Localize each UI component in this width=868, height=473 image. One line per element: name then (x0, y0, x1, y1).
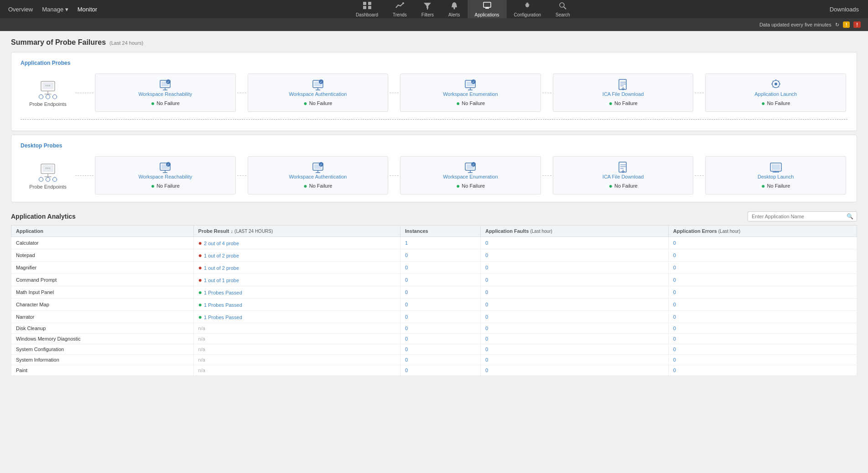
errors-link[interactable]: 0 (673, 368, 676, 373)
nav-filters[interactable]: Filters (414, 0, 441, 18)
nav-trends[interactable]: Trends (385, 0, 414, 18)
faults-link[interactable]: 0 (485, 336, 488, 342)
cell-application: Math Input Panel (11, 286, 194, 299)
nav-alerts[interactable]: Alerts (441, 0, 468, 18)
d-ica-file-download-link[interactable]: ICA File Download (603, 174, 644, 179)
application-launch-status: ● No Failure (761, 100, 790, 107)
probe-result-link[interactable]: 1 Probes Passed (204, 315, 242, 320)
svg-rect-0 (363, 2, 366, 5)
instances-link[interactable]: 0 (405, 265, 408, 270)
svg-point-21 (53, 95, 57, 99)
d-workspace-reachability-link[interactable]: Workspace Reachability (138, 174, 192, 179)
workspace-reachability-link[interactable]: Workspace Reachability (138, 91, 192, 97)
faults-link[interactable]: 0 (485, 265, 488, 270)
faults-link[interactable]: 0 (485, 326, 488, 331)
probe-result-link[interactable]: 1 Probes Passed (204, 290, 242, 295)
errors-link[interactable]: 0 (673, 314, 676, 320)
instances-link[interactable]: 0 (405, 336, 408, 342)
ok-dot: ● (198, 313, 202, 321)
nav-search[interactable]: Search (548, 0, 577, 18)
faults-link[interactable]: 0 (485, 347, 488, 352)
cell-instances: 1 (400, 237, 480, 249)
desktop-probes-label[interactable]: Desktop Probes (21, 142, 847, 149)
instances-link[interactable]: 1 (405, 240, 408, 246)
errors-link[interactable]: 0 (673, 289, 676, 295)
cell-instances: 0 (400, 311, 480, 323)
probe-item-desktop-launch: Desktop Launch ● No Failure (705, 156, 846, 194)
nav-downloads[interactable]: Downloads (825, 6, 863, 13)
errors-link[interactable]: 0 (673, 252, 676, 258)
probe-na: n/a (198, 347, 205, 352)
errors-link[interactable]: 0 (673, 302, 676, 307)
faults-link[interactable]: 0 (485, 314, 488, 320)
nav-monitor[interactable]: Monitor (74, 4, 101, 15)
probe-na: n/a (198, 368, 205, 373)
svg-rect-2 (363, 6, 366, 9)
svg-line-54 (779, 87, 779, 87)
probe-failures-title: Summary of Probe Failures (11, 38, 106, 47)
probe-item-workspace-enumeration: ✓ Workspace Enumeration ● No Failure (400, 74, 541, 112)
faults-link[interactable]: 0 (485, 289, 488, 295)
ok-icon-2: ● (303, 100, 307, 107)
workspace-enumeration-link[interactable]: Workspace Enumeration (443, 91, 498, 97)
refresh-icon: ↻ (835, 22, 839, 28)
faults-link[interactable]: 0 (485, 277, 488, 283)
application-probes-label[interactable]: Application Probes (21, 60, 847, 66)
faults-link[interactable]: 0 (485, 240, 488, 246)
cell-app-faults: 0 (481, 365, 669, 376)
instances-link[interactable]: 0 (405, 302, 408, 307)
instances-link[interactable]: 0 (405, 357, 408, 363)
d-workspace-authentication-status-label: No Failure (309, 183, 333, 189)
cell-probe-result: n/a (193, 365, 400, 376)
errors-link[interactable]: 0 (673, 357, 676, 363)
d-workspace-enumeration-link[interactable]: Workspace Enumeration (443, 174, 498, 179)
probe-result-link[interactable]: 1 out of 2 probe (204, 253, 239, 258)
cell-app-errors: 0 (668, 344, 857, 355)
instances-link[interactable]: 0 (405, 347, 408, 352)
instances-link[interactable]: 0 (405, 252, 408, 258)
desktop-launch-link[interactable]: Desktop Launch (758, 174, 794, 179)
probe-result-link[interactable]: 1 Probes Passed (204, 302, 242, 308)
cell-probe-result: ●1 Probes Passed (193, 299, 400, 311)
probe-result-link[interactable]: 2 out of 4 probe (204, 241, 239, 246)
faults-link[interactable]: 0 (485, 302, 488, 307)
cell-probe-result: ●1 out of 1 probe (193, 274, 400, 286)
applications-icon (483, 1, 492, 11)
workspace-enumeration-status: ● No Failure (456, 100, 485, 107)
nav-overview[interactable]: Overview (5, 4, 36, 15)
instances-link[interactable]: 0 (405, 368, 408, 373)
cell-app-faults: 0 (481, 355, 669, 365)
probe-result-link[interactable]: 1 out of 2 probe (204, 265, 239, 271)
probe-failures-section: Summary of Probe Failures (Last 24 hours… (11, 38, 857, 47)
app-search-input[interactable] (748, 211, 857, 221)
errors-link[interactable]: 0 (673, 240, 676, 246)
probe-result-link[interactable]: 1 out of 1 probe (204, 278, 239, 283)
faults-link[interactable]: 0 (485, 368, 488, 373)
nav-applications[interactable]: Applications (468, 0, 507, 18)
cell-application: Character Map (11, 299, 194, 311)
cell-application: Notepad (11, 249, 194, 262)
instances-link[interactable]: 0 (405, 314, 408, 320)
analytics-header: Application Analytics 🔍 (11, 211, 857, 221)
d-workspace-authentication-link[interactable]: Workspace Authentication (289, 174, 347, 179)
instances-link[interactable]: 0 (405, 289, 408, 295)
col-app-errors: Application Errors (Last hour) (668, 226, 857, 237)
faults-link[interactable]: 0 (485, 357, 488, 363)
cell-probe-result: ●1 out of 2 probe (193, 262, 400, 274)
errors-link[interactable]: 0 (673, 265, 676, 270)
application-launch-link[interactable]: Application Launch (754, 91, 797, 97)
instances-link[interactable]: 0 (405, 277, 408, 283)
ok-icon-5: ● (761, 100, 765, 107)
instances-link[interactable]: 0 (405, 326, 408, 331)
nav-manage[interactable]: Manage ▾ (38, 4, 72, 15)
errors-link[interactable]: 0 (673, 326, 676, 331)
errors-link[interactable]: 0 (673, 336, 676, 342)
workspace-authentication-link[interactable]: Workspace Authentication (289, 91, 347, 97)
errors-link[interactable]: 0 (673, 277, 676, 283)
nav-configuration[interactable]: Configuration (507, 0, 548, 18)
errors-link[interactable]: 0 (673, 347, 676, 352)
nav-dashboard[interactable]: Dashboard (348, 0, 385, 18)
ica-file-download-link[interactable]: ICA File Download (603, 91, 644, 97)
cell-application: Narrator (11, 311, 194, 323)
faults-link[interactable]: 0 (485, 252, 488, 258)
